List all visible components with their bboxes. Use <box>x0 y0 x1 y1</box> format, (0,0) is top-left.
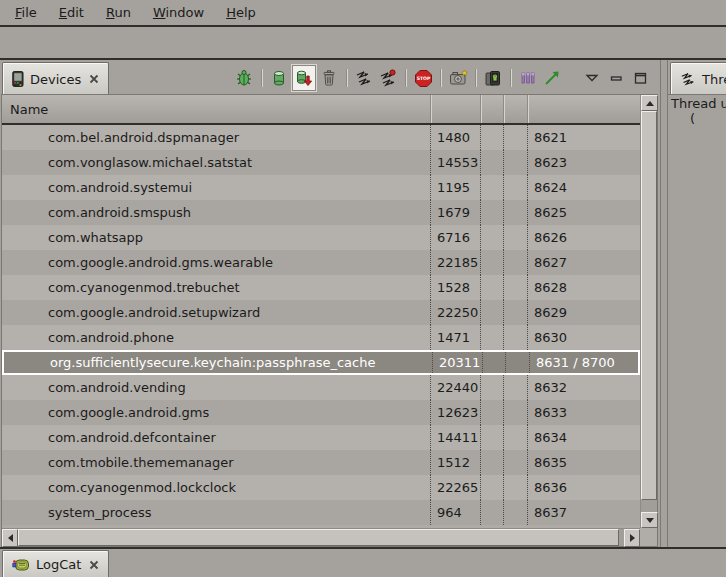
table-row[interactable]: com.android.systemui11958624 <box>2 175 640 200</box>
toolbar-separator <box>346 69 347 87</box>
pid-cell: 6716 <box>430 225 480 250</box>
cell-3 <box>482 352 505 373</box>
table-header: Name <box>2 95 640 125</box>
pid-cell: 1471 <box>430 325 480 350</box>
column-header-2[interactable] <box>430 95 480 123</box>
toolbar-separator <box>405 69 406 87</box>
menu-file[interactable]: File <box>4 2 48 23</box>
menu-edit[interactable]: Edit <box>48 2 95 23</box>
threads-panel: Threads Thread up ( <box>668 60 726 547</box>
horizontal-scroll-thumb[interactable] <box>18 529 619 546</box>
port-cell: 8630 <box>527 325 640 350</box>
table-row[interactable]: com.android.phone14718630 <box>2 325 640 350</box>
pid-cell: 14411 <box>430 425 480 450</box>
table-row[interactable]: com.google.android.setupwizard222508629 <box>2 300 640 325</box>
column-header-5[interactable] <box>527 95 640 123</box>
cell-4 <box>503 250 527 275</box>
cell-3 <box>480 475 503 500</box>
screen-capture-icon <box>449 69 468 87</box>
column-header-4[interactable] <box>503 95 527 123</box>
toolbar-strip <box>0 27 726 60</box>
method-profiling-button[interactable] <box>377 66 399 90</box>
table-row[interactable]: com.cyanogenmod.trebuchet15288628 <box>2 275 640 300</box>
down-arrow-icon <box>646 518 654 523</box>
stop-process-button[interactable]: STOP <box>412 66 434 90</box>
capture-state-icon <box>543 69 561 87</box>
table-row[interactable]: com.vonglasow.michael.satstat145538623 <box>2 150 640 175</box>
close-icon[interactable] <box>89 74 99 84</box>
table-row[interactable]: com.android.defcontainer144118634 <box>2 425 640 450</box>
table-row[interactable]: com.bel.android.dspmanager14808621 <box>2 125 640 150</box>
panel-splitter[interactable] <box>660 60 668 547</box>
scroll-down-button[interactable] <box>641 512 658 528</box>
tab-threads[interactable]: Threads <box>670 62 726 95</box>
port-cell: 8631 / 8700 <box>529 352 638 373</box>
cell-4 <box>503 175 527 200</box>
column-header-3[interactable] <box>480 95 503 123</box>
update-heap-button[interactable] <box>268 66 290 90</box>
dump-hprof-button[interactable] <box>292 65 316 91</box>
port-cell: 8628 <box>527 275 640 300</box>
table-row[interactable]: com.cyanogenmod.lockclock222658636 <box>2 475 640 500</box>
maximize-view-button[interactable] <box>629 66 651 90</box>
cause-gc-button[interactable] <box>318 66 340 90</box>
menubar: FileEditRunWindowHelp <box>0 0 726 27</box>
view-hierarchy-button[interactable] <box>517 66 539 90</box>
debug-process-button[interactable] <box>233 66 255 90</box>
cell-3 <box>480 225 503 250</box>
vertical-scrollbar[interactable] <box>640 95 657 528</box>
pid-cell: 1480 <box>430 125 480 150</box>
toolbar-separator <box>510 69 511 87</box>
update-threads-button[interactable] <box>353 66 375 90</box>
close-icon[interactable] <box>89 560 99 570</box>
capture-state-button[interactable] <box>541 66 563 90</box>
minimize-view-button[interactable] <box>605 66 627 90</box>
process-name: com.android.defcontainer <box>2 425 430 450</box>
devices-panel: Devices <box>0 60 660 547</box>
process-name: com.cyanogenmod.trebuchet <box>2 275 430 300</box>
scroll-right-button[interactable] <box>624 529 640 547</box>
cell-3 <box>480 500 503 525</box>
screen-capture-button[interactable] <box>447 66 469 90</box>
horizontal-scrollbar[interactable] <box>2 528 640 546</box>
cell-3 <box>480 425 503 450</box>
cell-4 <box>503 425 527 450</box>
table-row[interactable]: com.tmobile.thememanager15128635 <box>2 450 640 475</box>
tab-devices[interactable]: Devices <box>2 62 109 95</box>
table-row[interactable]: com.android.vending224408632 <box>2 375 640 400</box>
bottom-tab-strip: LogCat <box>0 547 726 577</box>
menu-run[interactable]: Run <box>95 2 142 23</box>
cell-4 <box>503 375 527 400</box>
cell-3 <box>480 200 503 225</box>
cell-3 <box>480 325 503 350</box>
port-cell: 8629 <box>527 300 640 325</box>
cell-4 <box>503 450 527 475</box>
vertical-scroll-track[interactable] <box>641 111 657 512</box>
view-menu-button[interactable] <box>581 66 603 90</box>
cell-3 <box>480 150 503 175</box>
menu-window[interactable]: Window <box>142 2 215 23</box>
process-name: com.google.android.setupwizard <box>2 300 430 325</box>
port-cell: 8627 <box>527 250 640 275</box>
cell-4 <box>503 150 527 175</box>
vertical-scroll-thumb[interactable] <box>641 111 657 500</box>
tab-logcat[interactable]: LogCat <box>2 550 109 577</box>
process-name: com.android.systemui <box>2 175 430 200</box>
column-header-name[interactable]: Name <box>2 95 430 123</box>
table-row[interactable]: com.whatsapp67168626 <box>2 225 640 250</box>
table-row[interactable]: com.google.android.gms.wearable221858627 <box>2 250 640 275</box>
devices-tab-strip: Devices <box>0 60 660 94</box>
scroll-left-button[interactable] <box>2 529 18 547</box>
device-screens-button[interactable] <box>482 66 504 90</box>
table-row[interactable]: com.android.smspush16798625 <box>2 200 640 225</box>
scroll-up-button[interactable] <box>641 95 658 111</box>
table-row[interactable]: system_process9648637 <box>2 500 640 525</box>
horizontal-scroll-track[interactable] <box>18 529 624 546</box>
stop-process-icon: STOP <box>414 69 433 88</box>
menu-help[interactable]: Help <box>215 2 267 23</box>
ddms-window: FileEditRunWindowHelp D <box>0 0 726 577</box>
pid-cell: 22185 <box>430 250 480 275</box>
table-row[interactable]: com.google.android.gms126238633 <box>2 400 640 425</box>
cell-4 <box>503 225 527 250</box>
table-row[interactable]: org.sufficientlysecure.keychain:passphra… <box>2 350 640 375</box>
